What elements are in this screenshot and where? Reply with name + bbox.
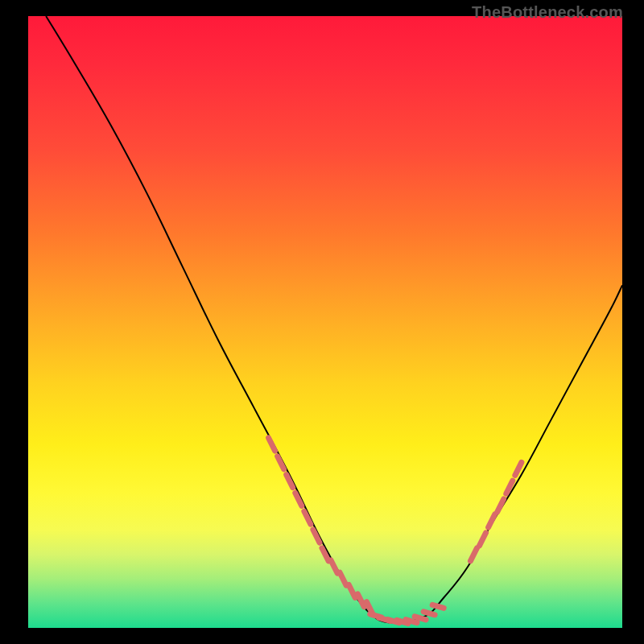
marker-dash	[406, 620, 417, 623]
bottleneck-curve	[46, 16, 622, 623]
marker-dash	[489, 514, 495, 527]
marker-dash	[295, 493, 302, 506]
marker-dash	[497, 499, 504, 512]
marker-dash	[278, 456, 284, 469]
marker-dash	[331, 560, 337, 573]
marker-dash	[357, 594, 364, 607]
marker-dash	[304, 511, 311, 524]
watermark-text: TheBottleneck.com	[472, 3, 623, 22]
marker-dash	[313, 530, 320, 543]
marker-dash	[515, 462, 522, 475]
marker-dash	[340, 572, 346, 585]
marker-dash	[415, 617, 426, 620]
marker-dash	[432, 605, 444, 608]
marker-dash	[287, 475, 293, 488]
plot-area	[28, 16, 622, 628]
marker-dash	[269, 438, 275, 451]
marker-dash	[349, 584, 355, 597]
markers-group	[269, 438, 522, 623]
marker-dash	[471, 548, 477, 561]
curve-group	[46, 16, 622, 623]
marker-dash	[480, 533, 486, 546]
marker-dash	[423, 612, 435, 615]
chart-svg	[28, 16, 622, 628]
chart-frame: TheBottleneck.com	[0, 0, 644, 644]
marker-dash	[322, 548, 328, 561]
